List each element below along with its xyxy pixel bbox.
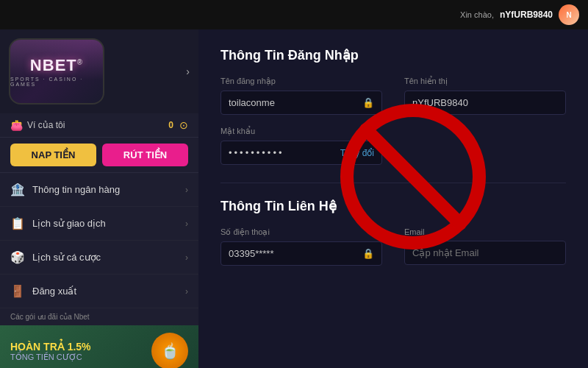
contact-info-grid: Số điện thoại 🔒 Email [220, 227, 566, 266]
logo-figures [10, 40, 103, 80]
logout-chevron-icon: › [185, 286, 188, 297]
promo-text: HOÀN TRẢ 1.5% TỔNG TIỀN CƯỢC [10, 341, 144, 362]
email-input[interactable] [412, 247, 558, 258]
content-area: Thông Tin Đăng Nhập Tên đăng nhập 🔒 Tên … [198, 29, 588, 368]
phone-input[interactable] [229, 248, 358, 259]
sidebar-item-transactions[interactable]: 📋 Lịch sử giao dịch › [0, 207, 198, 241]
transactions-chevron-icon: › [185, 219, 188, 229]
top-bar: Xin chào, nYfURB9840 N [0, 0, 588, 29]
promo-image: 🍵 [151, 333, 188, 368]
transactions-label: Lịch sử giao dịch [32, 218, 178, 229]
section-divider [220, 183, 566, 183]
avatar[interactable]: N [559, 4, 579, 25]
sidebar: NBET® SPORTS · CASINO · GAMES › 👛 Ví của… [0, 29, 198, 368]
coin-icon: ⊙ [179, 119, 188, 131]
sidebar-menu: 🏦 Thông tin ngân hàng › 📋 Lịch sử giao d… [0, 173, 198, 308]
promo-title: HOÀN TRẢ 1.5% [10, 341, 144, 353]
bets-icon: 🎲 [10, 250, 25, 264]
transactions-icon: 📋 [10, 216, 25, 230]
password-group: Mật khẩu Thay đổi [220, 127, 382, 165]
username-label: Tên đăng nhập [220, 77, 382, 86]
logout-label: Đăng xuất [32, 286, 178, 297]
bank-icon: 🏦 [10, 183, 25, 197]
logout-icon: 🚪 [10, 284, 25, 298]
nap-tien-button[interactable]: NAP TIỀN [10, 144, 96, 166]
wallet-icon: 👛 [10, 119, 23, 131]
section1-title: Thông Tin Đăng Nhập [220, 47, 566, 63]
phone-input-wrap: 🔒 [220, 241, 382, 266]
change-password-link[interactable]: Thay đổi [340, 148, 374, 158]
bank-label: Thông tin ngân hàng [32, 184, 178, 195]
wallet-row: 👛 Ví của tôi 0 ⊙ [0, 113, 198, 138]
bets-chevron-icon: › [185, 252, 188, 263]
email-group: Email [404, 227, 566, 266]
username-input-wrap: 🔒 [220, 91, 382, 115]
password-input-wrap: Thay đổi [220, 141, 382, 165]
wallet-label: Ví của tôi [27, 120, 164, 130]
phone-lock-icon: 🔒 [362, 248, 374, 259]
username-group: Tên đăng nhập 🔒 [220, 77, 382, 115]
bank-chevron-icon: › [185, 185, 188, 195]
password-input[interactable] [229, 147, 334, 158]
username-display: nYfURB9840 [500, 10, 553, 20]
logo-box[interactable]: NBET® SPORTS · CASINO · GAMES [9, 38, 104, 105]
wallet-amount: 0 [168, 120, 173, 130]
bets-label: Lịch sử cá cược [32, 252, 178, 263]
promo-sub: TỔNG TIỀN CƯỢC [10, 353, 144, 362]
section2-title: Thông Tin Liên Hệ [220, 198, 566, 214]
promo-banner: HOÀN TRẢ 1.5% TỔNG TIỀN CƯỢC 🍵 [0, 325, 198, 368]
username-input[interactable] [229, 97, 358, 108]
email-input-wrap [404, 241, 566, 265]
display-name-group: Tên hiển thị [404, 77, 566, 115]
greeting-text: Xin chào, [460, 10, 494, 19]
sidebar-logo-area: NBET® SPORTS · CASINO · GAMES › [0, 29, 198, 113]
action-buttons: NAP TIỀN RÚT TIỀN [0, 138, 198, 173]
email-label: Email [404, 227, 566, 236]
display-name-input-wrap [404, 91, 566, 115]
phone-group: Số điện thoại 🔒 [220, 227, 382, 266]
sidebar-item-logout[interactable]: 🚪 Đăng xuất › [0, 275, 198, 308]
rut-tien-button[interactable]: RÚT TIỀN [102, 144, 188, 166]
display-name-label: Tên hiển thị [404, 77, 566, 86]
phone-label: Số điện thoại [220, 227, 382, 237]
display-name-input[interactable] [412, 97, 558, 108]
login-info-grid: Tên đăng nhập 🔒 Tên hiển thị Mật khẩu Th… [220, 77, 566, 165]
sidebar-item-bets[interactable]: 🎲 Lịch sử cá cược › [0, 241, 198, 275]
promo-note: Các gói ưu đãi của Nbet [0, 308, 198, 325]
main-layout: NBET® SPORTS · CASINO · GAMES › 👛 Ví của… [0, 29, 588, 368]
password-label: Mật khẩu [220, 127, 382, 136]
sidebar-item-bank[interactable]: 🏦 Thông tin ngân hàng › [0, 173, 198, 207]
username-lock-icon: 🔒 [362, 97, 374, 108]
logo-chevron-icon: › [186, 66, 190, 77]
